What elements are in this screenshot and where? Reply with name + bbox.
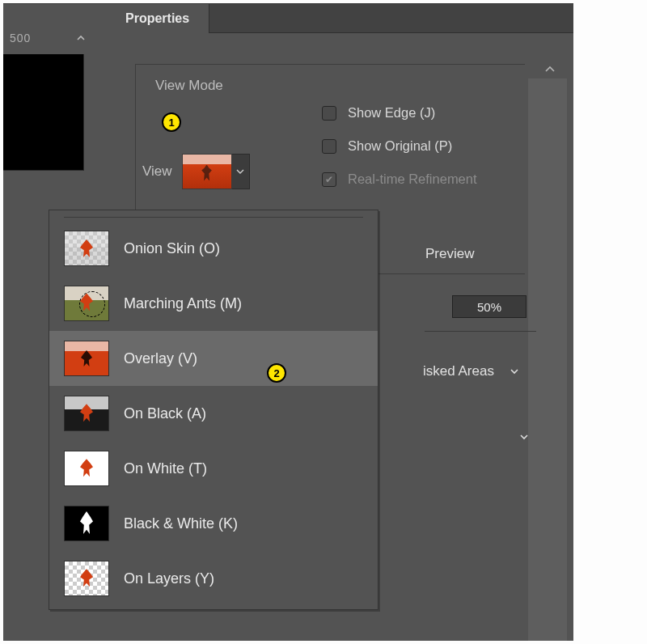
menu-item-label: On White (T) bbox=[124, 460, 207, 477]
thumbnail-black-white-icon bbox=[64, 506, 109, 541]
app-window: 500 Properties View Mode View bbox=[3, 3, 573, 641]
menu-item-overlay[interactable]: Overlay (V) bbox=[49, 331, 378, 386]
menu-item-marching-ants[interactable]: Marching Ants (M) bbox=[49, 276, 378, 331]
panel-collapse-chevron-icon[interactable] bbox=[73, 30, 89, 46]
check-show-edge[interactable]: Show Edge (J) bbox=[322, 105, 477, 121]
preview-label: Preview bbox=[425, 246, 474, 262]
opacity-value-input[interactable]: 50% bbox=[452, 295, 526, 318]
canvas-edge bbox=[3, 54, 84, 171]
thumbnail-onion-skin-icon bbox=[64, 231, 109, 266]
checkbox-icon[interactable] bbox=[322, 106, 336, 121]
menu-item-label: Marching Ants (M) bbox=[124, 295, 242, 312]
chevron-down-icon[interactable] bbox=[507, 364, 522, 379]
chevron-down-icon[interactable] bbox=[517, 430, 531, 444]
check-label: Show Original (P) bbox=[348, 138, 452, 154]
divider bbox=[425, 331, 536, 332]
annotation-badge-1: 1 bbox=[162, 112, 181, 132]
check-label: Show Edge (J) bbox=[348, 105, 435, 121]
menu-item-black-white[interactable]: Black & White (K) bbox=[49, 496, 378, 551]
menu-item-label: On Layers (Y) bbox=[124, 570, 214, 587]
menu-item-on-white[interactable]: On White (T) bbox=[49, 441, 378, 496]
thumbnail-overlay-icon bbox=[64, 341, 109, 376]
view-mode-checks: Show Edge (J) Show Original (P) ✔ Real-t… bbox=[322, 105, 477, 187]
indicate-label-fragment: isked Areas bbox=[423, 363, 494, 379]
scroll-up-icon[interactable] bbox=[538, 62, 562, 75]
thumbnail-on-black-icon bbox=[64, 396, 109, 431]
thumbnail-on-layers-icon bbox=[64, 561, 109, 596]
menu-item-on-black[interactable]: On Black (A) bbox=[49, 386, 378, 441]
menu-item-label: Overlay (V) bbox=[124, 350, 197, 367]
view-selector-row: View bbox=[142, 154, 250, 189]
menu-item-label: Black & White (K) bbox=[124, 515, 238, 532]
check-label: Real-time Refinement bbox=[348, 172, 477, 187]
checkbox-icon: ✔ bbox=[322, 172, 336, 187]
view-thumbnail-overlay bbox=[182, 154, 232, 189]
chevron-down-icon[interactable] bbox=[232, 154, 250, 189]
view-mode-title: View Mode bbox=[155, 78, 510, 94]
checkbox-icon[interactable] bbox=[322, 139, 336, 154]
annotation-badge-2: 2 bbox=[267, 363, 286, 383]
thumbnail-marching-ants-icon bbox=[64, 286, 109, 321]
view-dropdown[interactable] bbox=[182, 154, 250, 189]
menu-item-on-layers[interactable]: On Layers (Y) bbox=[49, 551, 378, 606]
ruler-value: 500 bbox=[5, 28, 36, 48]
view-label: View bbox=[142, 163, 172, 180]
menu-item-label: Onion Skin (O) bbox=[124, 240, 220, 257]
panel-tab-strip: Properties bbox=[106, 4, 573, 33]
indicate-dropdown[interactable]: isked Areas bbox=[423, 363, 522, 379]
menu-item-label: On Black (A) bbox=[124, 405, 206, 422]
menu-item-onion-skin[interactable]: Onion Skin (O) bbox=[49, 221, 378, 276]
view-mode-menu: Onion Skin (O) Marching Ants (M) Overlay… bbox=[49, 210, 378, 610]
check-show-original[interactable]: Show Original (P) bbox=[322, 138, 477, 154]
check-realtime-refinement: ✔ Real-time Refinement bbox=[322, 172, 477, 187]
thumbnail-on-white-icon bbox=[64, 451, 109, 486]
tab-properties[interactable]: Properties bbox=[106, 4, 209, 33]
checkmark-icon: ✔ bbox=[325, 175, 333, 184]
divider bbox=[64, 217, 363, 218]
tab-label: Properties bbox=[125, 11, 189, 26]
scroll-track[interactable] bbox=[528, 78, 567, 641]
